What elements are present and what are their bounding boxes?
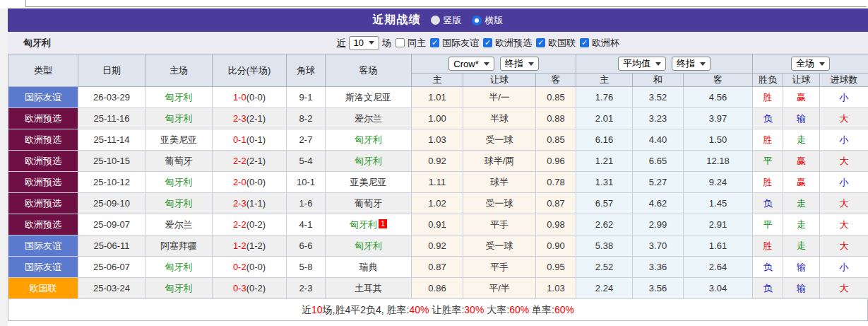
avg-draw-odds: 3.52 — [633, 87, 684, 108]
result-goals: 大 — [820, 193, 868, 214]
avg-away-odds: 9.24 — [684, 172, 753, 193]
crown-handicap-line: 半/一 — [463, 87, 536, 108]
average-odds-time-select[interactable]: 终指 — [672, 57, 711, 71]
avg-away-odds: 1.50 — [684, 129, 753, 151]
crown-home-odds: 0.91 — [412, 214, 463, 235]
away-team-cell: 土耳其 — [326, 278, 412, 299]
horizontal-layout-radio[interactable]: 横版 — [472, 14, 504, 27]
avg-home-odds: 1.21 — [576, 151, 633, 172]
corner-cell: 1-6 — [287, 193, 326, 214]
match-type-badge: 欧洲预选 — [8, 129, 78, 151]
recent-link[interactable]: 近 — [337, 37, 346, 50]
full-score: 2-2 — [233, 219, 246, 230]
match-type-badge: 国际友谊 — [8, 235, 78, 257]
date-cell: 26-03-29 — [78, 87, 145, 108]
match-type-badge: 国际友谊 — [8, 87, 78, 108]
away-team-cell: 瑞典 — [326, 257, 412, 278]
avg-draw-odds: 2.99 — [633, 214, 684, 235]
vertical-layout-label: 竖版 — [444, 14, 462, 27]
full-score: 2-0 — [233, 177, 246, 187]
match-row: 国际友谊25-06-11阿塞拜疆1-2(1-2)6-6匈牙利0.92受一球0.9… — [8, 235, 868, 257]
checkbox-nations-league[interactable]: ✓ — [536, 38, 545, 47]
result-goals: 大 — [820, 235, 868, 257]
home-team-cell: 匈牙利 — [145, 193, 213, 214]
avg-draw-odds: 4.62 — [633, 193, 684, 214]
result-wdl: 胜 — [753, 87, 783, 108]
crown-odds-time-select[interactable]: 终指 — [500, 57, 539, 71]
checkbox-euro-qualifier[interactable]: ✓ — [483, 38, 492, 47]
home-team-cell: 爱尔兰 — [145, 214, 213, 235]
header-corner: 角球 — [287, 54, 326, 87]
title-bar: 近期战绩 竖版 横版 — [8, 8, 868, 32]
subheader-avg-away: 客 — [684, 74, 753, 87]
full-score: 0-1 — [233, 134, 246, 145]
crown-home-odds: 1.00 — [412, 108, 463, 129]
match-type-badge: 欧洲预选 — [8, 214, 78, 235]
match-count-select[interactable]: 10 — [349, 36, 379, 50]
half-score: (0-2) — [246, 219, 266, 230]
score-cell: 0-3(0-2) — [213, 278, 287, 299]
score-cell: 2-2(2-1) — [213, 151, 287, 172]
team-name: 匈牙利 — [23, 37, 51, 50]
score-cell: 0-1(0-1) — [213, 129, 287, 151]
league-label-euro-cup: 欧洲杯 — [592, 37, 619, 50]
full-score: 2-2 — [233, 156, 246, 166]
avg-draw-odds: 4.40 — [633, 129, 684, 151]
result-handicap: 走 — [783, 214, 820, 235]
result-handicap: 输 — [783, 108, 820, 129]
corner-cell: 9-1 — [287, 87, 326, 108]
result-goals: 小 — [820, 257, 868, 278]
crown-handicap-line: 受一球 — [463, 193, 536, 214]
summary-segment: 让胜率: — [429, 304, 465, 315]
date-cell: 25-03-24 — [78, 278, 145, 299]
half-score: (0-0) — [246, 262, 266, 272]
header-score: 比分(半场) — [213, 54, 287, 87]
summary-segment: 60% — [509, 304, 529, 315]
crown-home-odds: 1.02 — [412, 193, 463, 214]
same-home-checkbox[interactable] — [396, 38, 405, 47]
summary-segment: 10 — [311, 304, 323, 315]
full-match-select[interactable]: 全场 — [791, 57, 830, 71]
average-odds-select[interactable]: 平均值 — [618, 57, 666, 71]
checkbox-intl-friendly[interactable]: ✓ — [430, 38, 439, 47]
score-cell: 1-2(1-2) — [213, 235, 287, 257]
date-cell: 25-11-14 — [78, 129, 145, 151]
score-cell: 2-3(2-1) — [213, 108, 287, 129]
summary-segment: 近 — [302, 304, 311, 315]
section-title: 近期战绩 — [373, 13, 421, 28]
match-row: 欧洲预选25-11-16匈牙利2-3(2-1)8-2爱尔兰1.00半球0.882… — [8, 108, 868, 129]
header-date: 日期 — [78, 54, 145, 87]
home-team-cell: 匈牙利 — [145, 172, 213, 193]
away-team-name: 匈牙利 — [350, 219, 377, 230]
result-handicap: 走 — [783, 235, 820, 257]
avg-home-odds: 2.52 — [576, 257, 633, 278]
date-cell: 25-06-07 — [78, 257, 145, 278]
recent-results-panel: 近期战绩 竖版 横版 匈牙利 近 10 场 同主 ✓ — [0, 0, 868, 326]
vertical-layout-radio[interactable]: 竖版 — [431, 14, 462, 27]
result-handicap: 赢 — [783, 151, 820, 172]
summary-segment: 场,胜4平2负4, 胜率: — [323, 304, 410, 315]
avg-away-odds: 12.18 — [684, 151, 753, 172]
summary-segment: 60% — [554, 304, 574, 315]
avg-draw-odds: 3.56 — [633, 278, 684, 299]
subheader-crown-away: 客 — [536, 74, 576, 87]
average-odds-group: 平均值 终指 — [576, 54, 753, 74]
avg-draw-odds: 3.70 — [633, 235, 684, 257]
match-type-badge: 欧国联 — [8, 278, 78, 299]
result-goals: 小 — [820, 172, 868, 193]
crown-odds-group: Crow* 终指 — [412, 54, 576, 74]
result-wdl: 胜 — [753, 235, 783, 257]
match-row: 欧洲预选25-09-07爱尔兰2-2(0-2)4-1匈牙利10.91平手0.98… — [8, 214, 868, 235]
radio-unselected-icon[interactable] — [431, 16, 440, 25]
corner-cell: 5-8 — [287, 257, 326, 278]
avg-away-odds: 3.04 — [684, 278, 753, 299]
radio-selected-icon[interactable] — [472, 16, 482, 25]
bookmaker-select[interactable]: Crow* — [448, 57, 494, 71]
away-team-name: 爱尔兰 — [355, 113, 382, 124]
subheader-crown-home: 主 — [412, 74, 463, 87]
away-team-cell: 匈牙利 — [326, 151, 412, 172]
checkbox-euro-cup[interactable]: ✓ — [580, 38, 589, 47]
corner-cell: 2-7 — [287, 129, 326, 151]
header-match-type: 类型 — [8, 54, 78, 87]
corner-cell: 10-1 — [287, 172, 326, 193]
